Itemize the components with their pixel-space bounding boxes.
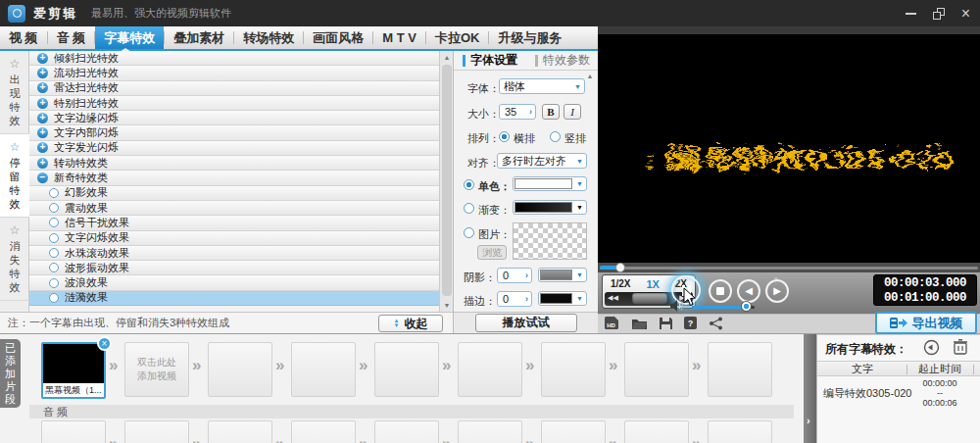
radio-icon[interactable] <box>49 248 59 258</box>
expand-icon[interactable]: + <box>37 98 48 109</box>
save-icon[interactable] <box>659 317 673 330</box>
speed-slider-knob[interactable] <box>632 293 667 305</box>
next-frame-button[interactable]: ▶ <box>765 279 789 303</box>
tab-effect-params[interactable]: 特效参数 <box>526 51 599 70</box>
tab-font-settings[interactable]: 字体设置 <box>454 51 526 70</box>
tab-mtv[interactable]: M T V <box>373 26 425 49</box>
close-button[interactable]: × <box>961 6 970 22</box>
export-video-button[interactable]: 导出视频 <box>875 312 977 334</box>
expand-icon[interactable]: + <box>37 82 48 93</box>
help-icon[interactable]: ? <box>684 317 698 330</box>
seek-track[interactable] <box>600 267 978 270</box>
clip-thumbnail[interactable] <box>43 344 104 383</box>
radio-icon[interactable] <box>49 188 59 198</box>
tab-karaoke[interactable]: 卡拉OK <box>426 26 489 49</box>
volume-slider-knob[interactable] <box>741 301 752 312</box>
stop-button[interactable] <box>709 279 732 303</box>
added-clips-tab[interactable]: 已添加片段 <box>0 339 21 408</box>
effect-option[interactable]: 信号干扰效果 <box>29 216 439 230</box>
audio-empty-cell[interactable] <box>124 420 189 443</box>
audio-empty-cell[interactable] <box>541 420 606 443</box>
video-preview[interactable]: ：编导特效0305-020 <box>598 34 980 263</box>
audio-empty-cell[interactable] <box>374 420 439 443</box>
stepper-arrow-icon[interactable]: › <box>525 294 528 304</box>
timeline-add-video-cell[interactable]: 双击此处 添加视频 <box>124 342 189 397</box>
expand-icon[interactable]: + <box>37 158 48 169</box>
minimize-button[interactable] <box>906 13 916 15</box>
radio-solid-color[interactable] <box>464 179 474 190</box>
timeline-empty-cell[interactable] <box>291 342 356 397</box>
effect-option[interactable]: 波形振动效果 <box>29 261 439 275</box>
stroke-stepper[interactable]: 0› <box>497 291 532 307</box>
effect-option[interactable]: 水珠滚动效果 <box>29 246 439 261</box>
open-folder-icon[interactable] <box>631 317 648 330</box>
tab-video[interactable]: 视 频 <box>0 26 47 49</box>
timeline-empty-cell[interactable] <box>458 342 522 397</box>
seek-handle[interactable] <box>615 263 625 272</box>
expand-icon[interactable]: + <box>37 68 48 78</box>
trash-icon[interactable] <box>954 339 967 355</box>
effect-group[interactable]: +文字内部闪烁 <box>29 125 439 140</box>
effect-group-expanded[interactable]: −新奇特效类 <box>29 171 439 185</box>
tab-subtitle-effects[interactable]: 字幕特效 <box>95 26 164 49</box>
previous-frame-button[interactable]: ◀ <box>737 279 760 303</box>
expand-icon[interactable]: + <box>37 142 48 153</box>
radio-icon[interactable] <box>49 293 59 303</box>
audio-empty-cell[interactable] <box>291 420 356 443</box>
effect-option[interactable]: 幻影效果 <box>29 186 439 201</box>
volume-icon[interactable] <box>670 300 684 312</box>
effect-option[interactable]: 文字闪烁效果 <box>29 231 439 246</box>
effect-group[interactable]: +转动特效类 <box>29 156 439 171</box>
tab-transition-effects[interactable]: 转场特效 <box>234 26 303 49</box>
scroll-down-icon[interactable]: ▼ <box>440 299 454 312</box>
radio-icon[interactable] <box>49 203 59 213</box>
effect-group[interactable]: +倾斜扫光特效 <box>29 51 439 66</box>
timeline-clip-black-video[interactable]: 黑幕视频（1... × <box>41 342 106 399</box>
subtitle-row-text[interactable]: 编导特效0305-020 <box>823 386 912 401</box>
timeline-empty-cell[interactable] <box>708 342 772 397</box>
collapse-icon[interactable]: − <box>37 172 48 183</box>
scroll-up-icon[interactable]: ▲ <box>584 73 596 79</box>
scrollbar-thumb[interactable] <box>442 65 452 296</box>
timeline-empty-cell[interactable] <box>541 342 606 397</box>
expand-icon[interactable]: + <box>37 127 48 138</box>
speed-slower-icon[interactable]: ◀◀ <box>608 294 618 302</box>
tab-upgrade-services[interactable]: 升级与服务 <box>489 26 570 49</box>
restore-button[interactable] <box>933 8 945 20</box>
remove-clip-icon[interactable]: × <box>97 336 112 351</box>
shadow-color-select[interactable]: ▼ <box>538 268 587 282</box>
speed-half[interactable]: 1/2X <box>611 278 631 289</box>
stroke-color-select[interactable]: ▼ <box>538 291 587 306</box>
effect-group[interactable]: +文字边缘闪烁 <box>29 111 439 125</box>
sidebar-item-disappear-effects[interactable]: ☆ 消失特效 <box>0 218 29 301</box>
bold-button[interactable]: B <box>542 104 560 120</box>
stepper-arrow-icon[interactable]: › <box>529 107 532 117</box>
speed-1x[interactable]: 1X <box>646 278 659 290</box>
sidebar-item-stay-effects[interactable]: ☆ 停留特效 <box>0 134 29 218</box>
audio-empty-cell[interactable] <box>208 420 272 443</box>
panel-collapse-strip[interactable]: › <box>804 334 816 443</box>
effect-list-scrollbar[interactable]: ▲ ▼ <box>439 51 453 312</box>
stepper-arrow-icon[interactable]: › <box>525 271 528 280</box>
tab-audio[interactable]: 音 频 <box>48 26 95 49</box>
shadow-stepper[interactable]: 0› <box>497 268 532 283</box>
radio-icon[interactable] <box>49 233 59 243</box>
hd-export-icon[interactable]: HD <box>604 317 620 330</box>
share-icon[interactable] <box>709 317 723 330</box>
effect-option[interactable]: 波浪效果 <box>29 275 439 290</box>
font-panel-scrollbar[interactable]: ▲ ▼ <box>584 73 596 333</box>
radio-icon[interactable] <box>49 263 59 272</box>
undo-icon[interactable] <box>923 339 940 356</box>
tab-overlay-material[interactable]: 叠加素材 <box>165 26 233 49</box>
font-family-select[interactable]: 楷体▼ <box>499 78 585 94</box>
expand-icon[interactable]: + <box>37 113 48 123</box>
tab-picture-style[interactable]: 画面风格 <box>304 26 372 49</box>
timeline-empty-cell[interactable] <box>208 342 272 397</box>
radio-gradient-color[interactable] <box>464 203 474 214</box>
seek-bar[interactable] <box>598 263 980 272</box>
solid-color-select[interactable]: ▼ <box>513 176 587 191</box>
radio-icon[interactable] <box>49 278 59 288</box>
subtitle-row-time[interactable]: 00:00:00 -- 00:00:06 <box>907 378 972 408</box>
collapse-button[interactable]: ▲▼ 收起 <box>378 315 443 332</box>
effect-group[interactable]: +流动扫光特效 <box>29 66 439 80</box>
